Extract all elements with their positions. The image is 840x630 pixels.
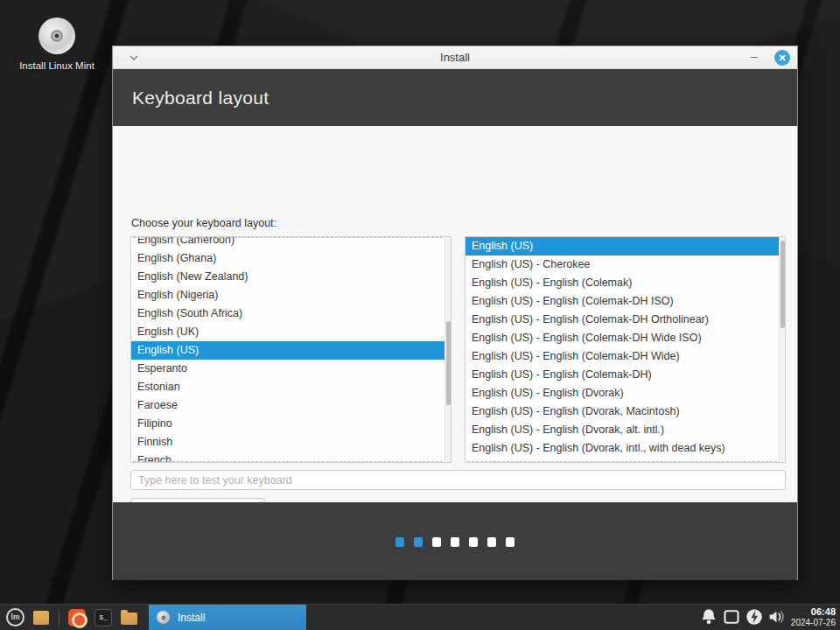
system-tray: 06:48 2024-07-26 <box>700 606 840 627</box>
variant-list-item[interactable]: English (US) - English (Dvorak, alt. int… <box>466 421 779 439</box>
desktop-shortcut-install-linux-mint[interactable]: Install Linux Mint <box>16 18 98 73</box>
window-content: Choose your keyboard layout: English (Ca… <box>113 126 797 502</box>
variant-list-item[interactable]: English (US) - English (Colemak-DH ISO) <box>466 292 779 311</box>
progress-dot <box>469 537 478 547</box>
progress-dot <box>396 537 404 547</box>
layout-list-item[interactable]: Filipino <box>131 415 444 433</box>
variant-list-item[interactable]: English (US) - English (Colemak-DH Wide) <box>466 347 779 366</box>
keyboard-test-input[interactable] <box>130 470 786 490</box>
disc-icon <box>157 611 170 624</box>
variant-list-item[interactable]: English (US) - English (Dvorak) <box>466 384 779 402</box>
layout-list-item[interactable]: English (US) <box>131 341 444 360</box>
variant-list-item[interactable]: English (US) - English (Colemak-DH Wide … <box>466 329 779 347</box>
taskbar-window-label: Install <box>178 612 205 624</box>
power-icon[interactable] <box>746 608 763 626</box>
layout-list-item[interactable]: Esperanto <box>131 360 444 378</box>
variant-list-item[interactable]: English (US) - English (Colemak) <box>466 274 779 292</box>
layout-list-item[interactable]: English (South Africa) <box>131 304 444 323</box>
clock[interactable]: 06:48 2024-07-26 <box>791 606 836 627</box>
page-header: Keyboard layout <box>113 69 797 126</box>
variant-list-scrollbar[interactable] <box>779 237 785 462</box>
list-undershoot-bottom <box>133 461 443 462</box>
layout-list-item[interactable]: English (UK) <box>131 323 444 341</box>
variant-list-item[interactable]: English (US) <box>466 237 779 256</box>
files-icon[interactable] <box>121 612 137 625</box>
desktop-shortcut-label: Install Linux Mint <box>16 60 98 73</box>
keyboard-layout-list: English (Cameroon)English (Ghana)English… <box>130 236 452 463</box>
disc-icon <box>38 18 75 54</box>
page-title: Keyboard layout <box>132 88 269 108</box>
scrollbar-thumb[interactable] <box>780 241 785 328</box>
layout-list-scrollbar[interactable] <box>444 237 451 462</box>
window-title: Install <box>113 46 797 69</box>
taskbar: lm $_ Install <box>0 604 840 630</box>
mint-menu-icon[interactable]: lm <box>6 608 24 626</box>
variant-list-item[interactable]: English (US) - English (Dvorak, Macintos… <box>466 402 779 421</box>
terminal-icon[interactable]: $_ <box>94 609 112 626</box>
layout-list-item[interactable]: English (Ghana) <box>131 249 444 268</box>
list-undershoot-bottom <box>467 461 777 462</box>
variant-list-item[interactable]: English (US) - English (Colemak-DH Ortho… <box>466 311 779 329</box>
desktop: Install Linux Mint Install – ✕ Keyboard … <box>0 0 840 630</box>
variant-list-item[interactable]: English (US) - English (Colemak-DH) <box>466 366 779 384</box>
volume-icon[interactable] <box>768 608 786 626</box>
progress-dot <box>432 537 441 547</box>
choose-layout-label: Choose your keyboard layout: <box>131 217 276 229</box>
variant-list-item[interactable]: English (US) - English (Dvorak, left-han… <box>466 458 779 463</box>
progress-dot <box>414 537 423 547</box>
keyboard-variant-list: English (US)English (US) - CherokeeEngli… <box>465 236 786 463</box>
progress-dots <box>113 537 797 547</box>
display-icon[interactable] <box>723 608 740 626</box>
layout-list-item[interactable]: English (New Zealand) <box>131 268 444 286</box>
variant-list-item[interactable]: English (US) - Cherokee <box>466 256 779 274</box>
scrollbar-thumb[interactable] <box>446 321 451 405</box>
layout-list-item[interactable]: Estonian <box>131 378 444 396</box>
list-undershoot-top <box>133 237 443 238</box>
close-button[interactable]: ✕ <box>774 50 790 66</box>
clock-time: 06:48 <box>791 606 836 618</box>
installer-window: Install – ✕ Keyboard layout Choose your … <box>112 46 798 580</box>
variant-list-item[interactable]: English (US) - English (Dvorak, intl., w… <box>466 439 779 458</box>
progress-dot <box>506 537 514 547</box>
layout-list-item[interactable]: English (Cameroon) <box>131 236 444 249</box>
minimize-button[interactable]: – <box>745 46 764 69</box>
layout-list-item[interactable]: English (Nigeria) <box>131 286 444 304</box>
window-footer <box>113 502 797 580</box>
progress-dot <box>487 537 496 547</box>
taskbar-window-button-install[interactable]: Install <box>149 605 306 630</box>
layout-list-item[interactable]: Faroese <box>131 396 444 415</box>
bell-icon[interactable] <box>700 608 718 626</box>
clock-date: 2024-07-26 <box>791 618 836 628</box>
show-desktop-icon[interactable] <box>33 611 49 625</box>
layout-list-item[interactable]: Finnish <box>131 433 444 452</box>
taskbar-separator <box>59 610 60 626</box>
title-bar: Install – ✕ <box>113 46 797 69</box>
firefox-icon[interactable] <box>68 609 86 626</box>
progress-dot <box>451 537 459 547</box>
